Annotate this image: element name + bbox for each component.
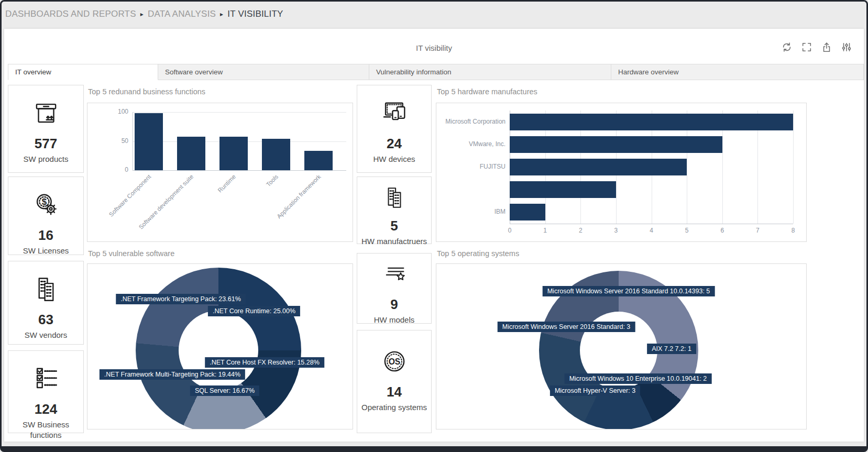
tab-hardware-overview[interactable]: Hardware overview: [611, 64, 864, 80]
donut-slice-label: .NET Framework Targeting Pack: 23.61%: [116, 294, 246, 304]
y-axis-category-label: Microsoft Corporation: [436, 118, 506, 125]
buildings-icon: [357, 184, 431, 213]
donut-slice-label: AIX 7.2 7.2: 1: [647, 344, 696, 354]
os-badge-icon: OS: [357, 346, 431, 379]
donut-slice-label: Microsoft Windows Server 2016 Standard 1…: [543, 286, 715, 296]
kpi-label: SW products: [8, 154, 83, 164]
bar-ibm[interactable]: [510, 204, 545, 221]
breadcrumb: DASHBOARDS AND REPORTS ▸ DATA ANALYSIS ▸…: [5, 9, 283, 19]
kpi-card-hw-models: 9 HW models: [357, 253, 432, 324]
donut-slice-label: .NET Core Host FX Resolver: 15.28%: [205, 357, 324, 368]
breadcrumb-it-visibility: IT VISIBILITY: [227, 9, 283, 19]
kpi-label: HW models: [357, 315, 431, 325]
donut-slice-label: SQL Server: 16.67%: [190, 385, 259, 396]
bar-vmware-inc-[interactable]: [510, 136, 722, 153]
kpi-label: SW vendors: [8, 330, 83, 340]
x-axis-category-label: Runtime: [217, 173, 237, 194]
x-axis-tick: 5: [680, 227, 693, 234]
breadcrumb-separator-icon: ▸: [220, 10, 223, 18]
tab-vulnerability-information[interactable]: Vulnerability information: [369, 64, 611, 80]
refresh-icon[interactable]: [781, 41, 793, 53]
kpi-value: 5: [357, 218, 431, 234]
section-title-hardware-manufacturers: Top 5 hardware manufactures: [437, 87, 537, 96]
x-axis-tick: 7: [751, 227, 764, 234]
kpi-card-sw-products: 577 SW products: [8, 85, 84, 173]
export-icon[interactable]: [821, 41, 832, 53]
bar-microsoft-corporation[interactable]: [510, 114, 793, 130]
kpi-card-operating-systems: OS 14 Operating systems: [357, 330, 432, 433]
dashboard-panel: IT visibility IT overview Software overv…: [4, 29, 864, 442]
kpi-value: 24: [357, 136, 431, 152]
dollar-glyph: $: [41, 197, 47, 207]
bar-unnamed[interactable]: [510, 181, 616, 198]
kpi-value: 577: [8, 136, 83, 152]
x-axis-category-label: Tools: [265, 173, 279, 188]
buildings-icon: [8, 274, 83, 306]
breadcrumb-separator-icon: ▸: [140, 10, 144, 18]
y-axis-line: [133, 112, 133, 170]
gridline: [793, 111, 794, 224]
donut-slice-label: .NET Framework Multi-Targeting Pack: 19.…: [100, 369, 245, 380]
bar-application-framework[interactable]: [304, 151, 333, 170]
x-axis-tick: 0: [503, 227, 516, 234]
operating-systems-donut-chart[interactable]: Microsoft Windows Server 2016 Standard 1…: [436, 263, 807, 429]
coin-gear-icon: $: [8, 190, 83, 222]
kpi-value: 9: [357, 296, 431, 313]
breadcrumb-data-analysis[interactable]: DATA ANALYSIS: [148, 9, 216, 19]
devices-icon: [357, 98, 431, 130]
y-axis-tick: 100: [107, 108, 128, 115]
kpi-card-sw-licenses: $ 16 SW Licenses: [8, 177, 84, 255]
x-axis-category-label: Software Component: [108, 173, 152, 218]
dashboard-tabs: IT overview Software overview Vulnerabil…: [8, 64, 864, 80]
x-axis-category-label: Application framework: [276, 173, 322, 219]
y-axis-category-label: FUJITSU: [436, 163, 506, 170]
x-axis-tick: 4: [645, 227, 658, 234]
y-axis-tick: 50: [107, 137, 128, 145]
bar-tools[interactable]: [262, 139, 290, 170]
donut-slice-label: .NET Core Runtime: 25.00%: [208, 306, 300, 316]
x-axis-tick: 3: [610, 227, 622, 234]
filter-settings-icon[interactable]: [841, 41, 852, 53]
donut-slice-label: Microsoft Windows 10 Enterprise 10.0.190…: [565, 373, 712, 384]
it-visibility-dashboard: DASHBOARDS AND REPORTS ▸ DATA ANALYSIS ▸…: [0, 0, 868, 452]
kpi-value: 63: [8, 312, 83, 328]
kpi-card-hw-devices: 24 HW devices: [357, 85, 432, 173]
kpi-card-sw-business-functions: 124 SW Business functions: [8, 350, 84, 433]
gridline: [133, 112, 346, 113]
bar-fujitsu[interactable]: [510, 159, 687, 175]
gridline: [133, 170, 346, 171]
y-axis-category-label: VMware, Inc.: [436, 140, 506, 148]
section-title-operating-systems: Top 5 operating systems: [437, 249, 519, 258]
section-title-vulnerable-software: Top 5 vulnerable software: [88, 249, 174, 258]
y-axis-tick: 0: [107, 166, 128, 173]
x-axis-tick: 6: [716, 227, 729, 234]
x-axis-tick: 2: [574, 227, 587, 234]
fullscreen-icon[interactable]: [801, 41, 812, 53]
bar-software-development-suite[interactable]: [177, 137, 205, 170]
kpi-label: SW Business functions: [8, 420, 83, 440]
section-title-business-functions: Top 5 redunand business functions: [88, 87, 205, 96]
kpi-value: 16: [8, 227, 83, 244]
list-star-icon: [357, 262, 431, 291]
x-axis-tick: 1: [539, 227, 552, 234]
kpi-value: 124: [8, 401, 83, 417]
donut-slice-label: Microsoft Hyper-V Server: 3: [550, 385, 640, 396]
kpi-card-sw-vendors: 63 SW vendors: [8, 261, 84, 345]
dashboard-actions: [781, 41, 852, 53]
kpi-card-hw-manufacturers: 5 HW manufactruers: [357, 177, 432, 244]
vulnerable-software-donut-chart[interactable]: .NET Core Runtime: 25.00%.NET Core Host …: [87, 263, 353, 429]
breadcrumb-dashboards-and-reports[interactable]: DASHBOARDS AND REPORTS: [5, 9, 136, 19]
y-axis-category-label: IBM: [436, 208, 506, 215]
hardware-manufacturers-bar-chart[interactable]: 012345678Microsoft CorporationVMware, In…: [436, 103, 807, 242]
kpi-value: 14: [357, 384, 431, 400]
tab-it-overview[interactable]: IT overview: [8, 64, 158, 80]
kpi-label: HW devices: [357, 154, 431, 164]
business-functions-bar-chart[interactable]: 100500Software ComponentSoftware develop…: [87, 103, 353, 242]
bar-software-component[interactable]: [135, 113, 163, 170]
checklist-icon: [8, 363, 83, 396]
tab-software-overview[interactable]: Software overview: [158, 64, 369, 80]
kpi-label: SW Licenses: [8, 246, 83, 256]
os-glyph: OS: [388, 357, 400, 366]
package-icon: [8, 98, 83, 130]
bar-runtime[interactable]: [219, 137, 248, 170]
